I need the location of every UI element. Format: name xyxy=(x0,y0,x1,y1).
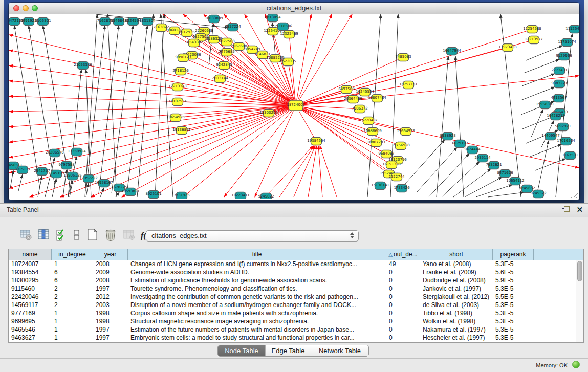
table-cell[interactable]: Embryonic stem cells: a model to study s… xyxy=(128,334,386,342)
table-row[interactable]: 946554611997Estimation of the future num… xyxy=(9,325,576,334)
table-cell[interactable]: 5.3E-5 xyxy=(493,285,534,293)
table-cell[interactable]: 0 xyxy=(386,285,420,293)
table-cell[interactable]: 1998 xyxy=(93,317,128,325)
table-cell[interactable]: 5.3E-5 xyxy=(493,309,534,317)
table-cell[interactable]: 2003 xyxy=(93,301,128,309)
table-cell[interactable]: de Silva et al. (2003) xyxy=(420,301,493,309)
scrollbar-thumb[interactable] xyxy=(577,261,582,281)
table-cell[interactable]: Changes of HCN gene expression and I(f) … xyxy=(128,260,386,268)
table-cell[interactable]: 5.6E-5 xyxy=(493,268,534,276)
table-cell[interactable]: 0 xyxy=(386,276,420,285)
table-cell[interactable]: 9777169 xyxy=(9,309,52,317)
table-cell[interactable]: 5.3E-5 xyxy=(493,301,534,309)
table-row[interactable]: 2242004622012Investigating the contribut… xyxy=(9,293,576,301)
table-cell[interactable]: 5.3E-5 xyxy=(493,325,534,334)
table-cell[interactable]: Tourette syndrome. Phenomenology and cla… xyxy=(128,285,386,293)
table-cell[interactable]: 19384554 xyxy=(9,268,52,276)
table-cell[interactable]: Nakamura et al. (1997) xyxy=(420,325,493,334)
table-cell[interactable]: 0 xyxy=(386,301,420,309)
table-cell[interactable]: 1 xyxy=(52,317,93,325)
table-cell[interactable]: 0 xyxy=(386,268,420,276)
column-header-title[interactable]: title xyxy=(128,249,386,260)
table-cell[interactable]: 0 xyxy=(386,334,420,342)
table-cell[interactable]: 22420046 xyxy=(9,293,52,301)
table-cell[interactable]: 2 xyxy=(52,285,93,293)
table-cell[interactable]: 18300295 xyxy=(9,276,52,285)
column-header-in_degree[interactable]: in_degree xyxy=(52,249,93,260)
table-cell[interactable]: Yano et al. (2008) xyxy=(420,260,493,268)
table-row[interactable]: 911546021997Tourette syndrome. Phenomeno… xyxy=(9,285,576,293)
column-header-pagerank[interactable]: pagerank xyxy=(493,249,534,260)
table-body[interactable]: 1872400712008Changes of HCN gene express… xyxy=(9,260,576,342)
close-panel-icon[interactable]: ✕ xyxy=(576,206,583,214)
column-chooser-icon[interactable] xyxy=(37,228,50,243)
table-row[interactable]: 977716911998Corpus callosum shape and si… xyxy=(9,309,576,317)
node-table[interactable]: namein_degreeyeartitle△out_de...shortpag… xyxy=(8,249,584,343)
table-cell[interactable]: 9463627 xyxy=(9,334,52,342)
table-cell[interactable]: 5.9E-5 xyxy=(493,276,534,285)
table-row[interactable]: 969969511998Structural magnetic resonanc… xyxy=(9,317,576,325)
table-cell[interactable]: Corpus callosum shape and size in male p… xyxy=(128,309,386,317)
table-cell[interactable]: Stergiakouli et al. (2012) xyxy=(420,293,493,301)
table-cell[interactable]: 14569117 xyxy=(9,301,52,309)
table-cell[interactable]: Estimation of the future numbers of pati… xyxy=(128,325,386,334)
column-header-short[interactable]: short xyxy=(420,249,493,260)
table-cell[interactable]: 1997 xyxy=(93,325,128,334)
new-table-icon[interactable] xyxy=(86,228,99,244)
table-row[interactable]: 1456911722003Disruption of a novel membe… xyxy=(9,301,576,309)
tab-node-table[interactable]: Node Table xyxy=(218,345,266,356)
network-canvas[interactable]: 7163822886012889129352226053898275091654… xyxy=(9,14,579,199)
table-cell[interactable]: 5.3E-5 xyxy=(493,317,534,325)
table-cell[interactable]: 1998 xyxy=(93,309,128,317)
table-cell[interactable]: 2008 xyxy=(93,260,128,268)
table-cell[interactable]: 1997 xyxy=(93,285,128,293)
tab-edge-table[interactable]: Edge Table xyxy=(266,345,311,356)
network-view-window[interactable]: citations_edges.txt 71638228860128891293… xyxy=(9,3,579,200)
table-cell[interactable]: Tibbo et al. (1998) xyxy=(420,309,493,317)
table-cell[interactable]: 5.3E-5 xyxy=(493,260,534,268)
table-cell[interactable]: 1 xyxy=(52,334,93,342)
table-cell[interactable]: 9699695 xyxy=(9,317,52,325)
table-settings-icon[interactable] xyxy=(19,228,32,243)
table-cell[interactable]: Dudbridge et al. (2008) xyxy=(420,276,493,285)
table-cell[interactable]: 6 xyxy=(52,276,93,285)
tab-network-table[interactable]: Network Table xyxy=(311,345,368,356)
column-header-year[interactable]: year xyxy=(93,249,128,260)
table-cell[interactable]: 0 xyxy=(386,293,420,301)
table-cell[interactable]: Genome-wide association studies in ADHD. xyxy=(128,268,386,276)
table-cell[interactable]: 2012 xyxy=(93,293,128,301)
table-cell[interactable]: Structural magnetic resonance image aver… xyxy=(128,317,386,325)
table-row[interactable]: 946362711997Embryonic stem cells: a mode… xyxy=(9,334,576,342)
table-row[interactable]: 1872400712008Changes of HCN gene express… xyxy=(9,260,576,268)
window-titlebar[interactable]: citations_edges.txt xyxy=(9,3,579,14)
table-cell[interactable]: Hescheler et al. (1997) xyxy=(420,334,493,342)
table-cell[interactable]: 1997 xyxy=(93,334,128,342)
table-cell[interactable]: 6 xyxy=(52,268,93,276)
table-cell[interactable]: Estimation of significance thresholds fo… xyxy=(128,276,386,285)
delete-table-icon[interactable] xyxy=(104,228,117,244)
table-cell[interactable]: Jankovic et al. (1997) xyxy=(420,285,493,293)
table-row[interactable]: 1938455462009Genome-wide association stu… xyxy=(9,268,576,276)
select-rows-icon[interactable] xyxy=(55,228,68,243)
table-cell[interactable]: 1 xyxy=(52,325,93,334)
table-row[interactable]: 1830029562008Estimation of significance … xyxy=(9,276,576,285)
column-header-out_de[interactable]: △out_de... xyxy=(386,249,420,260)
minimize-window-icon[interactable] xyxy=(23,5,29,11)
table-cell[interactable]: 2 xyxy=(52,301,93,309)
vertical-scrollbar[interactable] xyxy=(576,260,583,342)
row-stack-icon[interactable] xyxy=(73,228,81,243)
table-cell[interactable]: 5.3E-5 xyxy=(493,334,534,342)
table-cell[interactable]: 1 xyxy=(52,260,93,268)
float-window-icon[interactable] xyxy=(561,206,570,214)
table-cell[interactable]: 2008 xyxy=(93,276,128,285)
table-cell[interactable]: 9465546 xyxy=(9,325,52,334)
window-resize-grip[interactable] xyxy=(571,191,578,198)
table-cell[interactable]: 2009 xyxy=(93,268,128,276)
table-cell[interactable]: 0 xyxy=(386,309,420,317)
table-cell[interactable]: 2 xyxy=(52,293,93,301)
table-cell[interactable]: 49 xyxy=(386,260,420,268)
table-cell[interactable]: 5.5E-5 xyxy=(493,293,534,301)
table-cell[interactable]: Wolkin et al. (1998) xyxy=(420,317,493,325)
table-cell[interactable]: Franke et al. (2009) xyxy=(420,268,493,276)
table-cell[interactable]: Disruption of a novel member of a sodium… xyxy=(128,301,386,309)
